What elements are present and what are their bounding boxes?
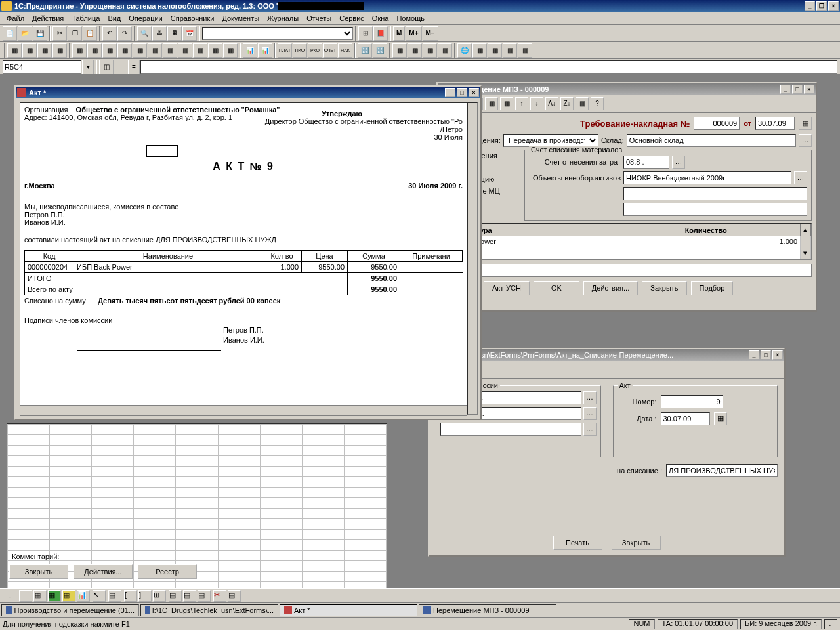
tb2-icon[interactable]: 🔣 xyxy=(358,43,372,58)
req-close-button[interactable]: × xyxy=(804,85,814,94)
bt-chart-icon[interactable]: 📊 xyxy=(77,590,90,602)
tb2-icon[interactable]: 🔣 xyxy=(373,43,387,58)
restore-button[interactable]: ❐ xyxy=(816,1,827,10)
task-item[interactable]: I:\1C_Drugs\Techlek_usn\ExtForms\... xyxy=(140,604,278,616)
req-sklad-input[interactable] xyxy=(627,134,796,147)
ext-num-input[interactable] xyxy=(661,395,723,408)
tb2-icon[interactable]: ▦ xyxy=(52,43,67,58)
tb2-icon[interactable]: ▦ xyxy=(223,43,238,58)
menu-file[interactable]: Файл xyxy=(3,13,28,24)
menu-actions[interactable]: Действия xyxy=(28,13,68,24)
bt-icon[interactable]: ▤ xyxy=(169,590,182,602)
req-tb-up-icon[interactable]: ↑ xyxy=(515,97,528,110)
task-item[interactable]: Производство и перемещение (01... xyxy=(1,604,139,616)
minimize-button[interactable]: _ xyxy=(805,1,815,10)
tb2-icon[interactable]: ▦ xyxy=(87,43,102,58)
tb-copy-icon[interactable]: ❐ xyxy=(68,26,82,41)
tb-m-icon[interactable]: M xyxy=(393,26,405,41)
bt-icon[interactable]: ▤ xyxy=(198,590,211,602)
tb2-icon[interactable]: ▦ xyxy=(193,43,207,58)
formula-btn-icon[interactable]: ◫ xyxy=(99,60,114,74)
req-close-button2[interactable]: Закрыть xyxy=(642,281,686,295)
tb2-icon[interactable]: СЧЕТ xyxy=(323,43,337,58)
tb2-icon[interactable]: ▦ xyxy=(518,43,532,58)
ext-date-input[interactable] xyxy=(661,412,710,425)
tb2-icon[interactable]: ▦ xyxy=(208,43,222,58)
tb-book-icon[interactable]: 📕 xyxy=(373,26,388,41)
bg-registry-button[interactable]: Реестр xyxy=(138,564,197,579)
act-document[interactable]: Организация Общество с ограниченной отве… xyxy=(20,102,467,406)
tb2-icon[interactable]: ▦ xyxy=(133,43,147,58)
tb2-icon[interactable]: ▦ xyxy=(37,43,52,58)
ext-date-cal-icon[interactable]: ▦ xyxy=(714,412,727,425)
tb-new-icon[interactable]: 📄 xyxy=(3,26,17,41)
task-item-active[interactable]: Акт * xyxy=(280,604,417,616)
tb2-icon[interactable]: ▦ xyxy=(72,43,87,58)
req-move-select[interactable]: Передача в производство xyxy=(503,134,598,147)
bt-icon[interactable]: ▤ xyxy=(228,590,241,602)
req-tb-down-icon[interactable]: ↓ xyxy=(530,97,543,110)
menu-docs[interactable]: Документы xyxy=(218,13,263,24)
bt-icon[interactable]: □ xyxy=(19,590,32,602)
menu-windows[interactable]: Окна xyxy=(368,13,393,24)
menu-table[interactable]: Таблица xyxy=(68,13,104,24)
tb-combo[interactable] xyxy=(202,27,353,40)
req-select-button[interactable]: Подбор xyxy=(691,281,734,295)
tb2-icon[interactable]: ▦ xyxy=(22,43,37,58)
req-date-cal-icon[interactable]: ▦ xyxy=(799,117,812,130)
tb2-icon[interactable]: ▦ xyxy=(488,43,502,58)
req-tb-sort2-icon[interactable]: Z↓ xyxy=(560,97,574,110)
req-acc-input[interactable] xyxy=(623,156,669,169)
act-min-button[interactable]: _ xyxy=(445,88,455,97)
bt-pointer-icon[interactable]: ↖ xyxy=(93,590,106,602)
req-date-input[interactable] xyxy=(755,117,795,130)
requirement-titlebar[interactable]: Перемещение МПЗ - 000009 _ □ × xyxy=(438,83,816,95)
tb-cut-icon[interactable]: ✂ xyxy=(52,26,67,41)
ext-member3-input[interactable] xyxy=(440,423,581,436)
req-tb-icon[interactable]: ▦ xyxy=(485,97,498,110)
bg-close-button[interactable]: Закрыть xyxy=(9,564,68,579)
req-acc-more-button[interactable]: … xyxy=(672,156,685,169)
ext-max-button[interactable]: □ xyxy=(761,350,771,360)
tb2-icon[interactable]: ▦ xyxy=(178,43,192,58)
cell-ref-input[interactable] xyxy=(3,60,81,74)
tb2-icon[interactable]: ▦ xyxy=(392,43,407,58)
req-extra1-input[interactable] xyxy=(623,187,807,200)
tb2-icon[interactable]: ▦ xyxy=(472,43,487,58)
menu-refs[interactable]: Справочники xyxy=(167,13,219,24)
tb2-chart-icon[interactable]: 📊 xyxy=(243,43,257,58)
tb2-icon[interactable]: ▦ xyxy=(117,43,132,58)
tb-calc-icon[interactable]: 🖩 xyxy=(167,26,182,41)
req-extra2-input[interactable] xyxy=(623,203,807,216)
tb-find-icon[interactable]: 🔍 xyxy=(137,26,152,41)
req-sklad-more-button[interactable]: … xyxy=(799,134,812,147)
cellref-drop-icon[interactable]: ▾ xyxy=(82,60,94,74)
req-obj-more-button[interactable]: … xyxy=(794,171,807,184)
tb-undo-icon[interactable]: ↶ xyxy=(102,26,117,41)
req-items-table[interactable]: оменклатура Количество ▴ БП Back Power 1… xyxy=(442,224,811,259)
tb2-globe-icon[interactable]: 🌐 xyxy=(457,43,472,58)
req-tb-icon[interactable]: ▦ xyxy=(576,97,589,110)
req-min-button[interactable]: _ xyxy=(780,85,791,94)
bt-icon[interactable]: [ xyxy=(124,590,137,602)
menu-operations[interactable]: Операции xyxy=(125,13,166,24)
ext-close-button[interactable]: × xyxy=(772,350,783,360)
req-tb-help-icon[interactable]: ? xyxy=(591,97,604,110)
menu-view[interactable]: Вид xyxy=(104,13,125,24)
tb2-icon[interactable]: ▦ xyxy=(423,43,437,58)
tb2-icon[interactable]: ▦ xyxy=(503,43,517,58)
tb-mminus-icon[interactable]: M− xyxy=(423,26,438,41)
req-tb-icon[interactable]: ▦ xyxy=(500,97,513,110)
tb2-icon[interactable]: НАК xyxy=(338,43,352,58)
tb-calendar-icon[interactable]: 📅 xyxy=(182,26,197,41)
act-window[interactable]: Акт * _ □ × Организация Общество с огран… xyxy=(14,85,482,420)
ext-min-button[interactable]: _ xyxy=(749,350,759,360)
req-ok-button[interactable]: OK xyxy=(534,281,579,295)
tb-redo-icon[interactable]: ↷ xyxy=(117,26,132,41)
tb2-icon[interactable]: РКО xyxy=(308,43,322,58)
req-tb-sort-icon[interactable]: A↓ xyxy=(545,97,558,110)
tb2-icon[interactable]: ПЛАТ xyxy=(278,43,292,58)
tb-paste-icon[interactable]: 📋 xyxy=(83,26,97,41)
bt-icon[interactable]: ⊞ xyxy=(153,590,166,602)
act-max-button[interactable]: □ xyxy=(457,88,467,97)
